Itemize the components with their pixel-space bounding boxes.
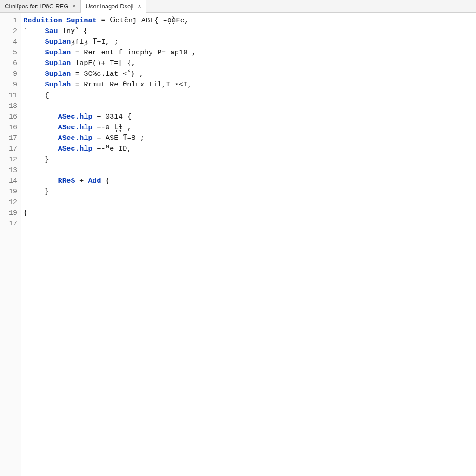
- code-line: {: [23, 208, 476, 218]
- editor: 124569911131616171712131419121917 Reduit…: [0, 13, 476, 476]
- function-token: Add: [88, 177, 101, 185]
- code-line: ʳ Sau lnƴ˅ {: [23, 26, 476, 37]
- text-token: +-ᴹe ID,: [93, 145, 132, 153]
- text-token: [23, 38, 45, 46]
- line-number: 13: [0, 101, 21, 112]
- keyword-token: Suplan: [45, 70, 71, 78]
- code-line: Suplan.lapE()+ T=[ {,: [23, 58, 476, 69]
- keyword-token: Suplan: [45, 59, 71, 67]
- tab-bar: Clıniīpes for: IPēC REG × User inaged Ds…: [0, 0, 476, 13]
- code-line: [23, 218, 476, 229]
- line-number: 16: [0, 122, 21, 133]
- text-token: {: [101, 177, 110, 185]
- code-line: RReS + Add {: [23, 176, 476, 186]
- text-token: = Rrmut_Re Ѳnlux til,I ⋆<I,: [71, 80, 192, 89]
- code-line: [23, 165, 476, 176]
- text-token: {: [23, 209, 27, 217]
- line-number: 2: [0, 26, 21, 37]
- code-line: ASec.hlp +-ɵˑL̩ɬ̩̬ ,: [23, 122, 476, 133]
- chevron-up-icon[interactable]: ∧: [138, 3, 141, 9]
- text-token: ʳ: [23, 27, 45, 35]
- line-number-gutter: 124569911131616171712131419121917: [0, 13, 21, 476]
- line-number: 17: [0, 144, 21, 154]
- line-number: 1: [0, 15, 21, 26]
- line-number: 9: [0, 79, 21, 90]
- line-number: 13: [0, 165, 21, 176]
- text-token: [23, 48, 45, 57]
- tab-active[interactable]: User inaged Dse|i ∧: [81, 0, 146, 13]
- text-token: ȝflȝ Ƭ+I, ;: [71, 38, 118, 46]
- line-number: 19: [0, 186, 21, 197]
- line-number: 9: [0, 69, 21, 79]
- line-number: 17: [0, 218, 21, 229]
- identifier-token: ASec.hlp: [58, 145, 92, 153]
- text-token: = SC%c.lat <˂} ,: [71, 70, 144, 78]
- code-line: {: [23, 90, 476, 101]
- text-token: +-ɵˑL̩ɬ̩̬ ,: [93, 123, 132, 132]
- line-number: 11: [0, 90, 21, 101]
- text-token: [23, 198, 27, 206]
- text-token: [23, 80, 45, 89]
- text-token: [23, 145, 58, 153]
- line-number: 4: [0, 37, 21, 47]
- code-line: ASec.hlp + 0314 {: [23, 112, 476, 122]
- text-token: [23, 112, 58, 121]
- tab-inactive[interactable]: Clıniīpes for: IPēC REG ×: [0, 0, 81, 12]
- keyword-token: Suplan: [45, 48, 71, 57]
- line-number: 12: [0, 197, 21, 208]
- code-line: }: [23, 186, 476, 197]
- line-number: 14: [0, 176, 21, 186]
- text-token: = Ԍetěnȷ ABL{ –ọ̀ẹFe,: [97, 16, 189, 25]
- text-token: + 0314 {: [93, 112, 132, 121]
- code-line: ASec.hlp + ASE Ƭ–8 ;: [23, 133, 476, 144]
- line-number: 16: [0, 112, 21, 122]
- code-line: Suplah = Rrmut_Re Ѳnlux til,I ⋆<I,: [23, 79, 476, 90]
- keyword-token: Reduition Supinat: [23, 16, 97, 25]
- line-number: 6: [0, 58, 21, 69]
- text-token: {: [23, 91, 49, 99]
- text-token: + ASE Ƭ–8 ;: [93, 134, 145, 142]
- code-line: [23, 101, 476, 112]
- text-token: [23, 219, 27, 228]
- keyword-token: Sau: [45, 27, 58, 35]
- text-token: [23, 123, 58, 132]
- code-line: ASec.hlp +-ᴹe ID,: [23, 144, 476, 154]
- tab-label: User inaged Dse|i: [86, 3, 133, 10]
- tab-label: Clıniīpes for: IPēC REG: [5, 3, 68, 10]
- text-token: [23, 134, 58, 142]
- code-area[interactable]: Reduition Supinat = Ԍetěnȷ ABL{ –ọ̀ẹFe,ʳ…: [21, 13, 476, 476]
- code-line: }: [23, 154, 476, 165]
- text-token: lnƴ˅ {: [58, 27, 87, 35]
- text-token: [23, 70, 45, 78]
- identifier-token: ASec.hlp: [58, 134, 92, 142]
- line-number: 12: [0, 154, 21, 165]
- text-token: }: [23, 155, 49, 164]
- keyword-token: Suplah: [45, 80, 71, 89]
- code-line: Suplan = Rerient f incphy P= ap10 ,: [23, 47, 476, 58]
- text-token: }: [23, 187, 49, 196]
- identifier-token: ASec.hlp: [58, 123, 92, 132]
- text-token: .lapE()+ T=[ {,: [71, 59, 136, 67]
- text-token: [23, 166, 27, 174]
- text-token: [23, 177, 58, 185]
- code-line: [23, 197, 476, 208]
- identifier-token: ASec.hlp: [58, 112, 92, 121]
- text-token: [23, 102, 27, 110]
- close-icon[interactable]: ×: [72, 3, 76, 9]
- text-token: = Rerient f incphy P= ap10 ,: [71, 48, 196, 57]
- code-line: Suplan = SC%c.lat <˂} ,: [23, 69, 476, 79]
- function-token: RReS: [58, 177, 75, 185]
- code-line: Reduition Supinat = Ԍetěnȷ ABL{ –ọ̀ẹFe,: [23, 15, 476, 26]
- line-number: 5: [0, 47, 21, 58]
- text-token: +: [75, 177, 88, 185]
- text-token: [23, 59, 45, 67]
- code-line: Suplanȝflȝ Ƭ+I, ;: [23, 37, 476, 47]
- line-number: 17: [0, 133, 21, 144]
- keyword-token: Suplan: [45, 38, 71, 46]
- line-number: 19: [0, 208, 21, 218]
